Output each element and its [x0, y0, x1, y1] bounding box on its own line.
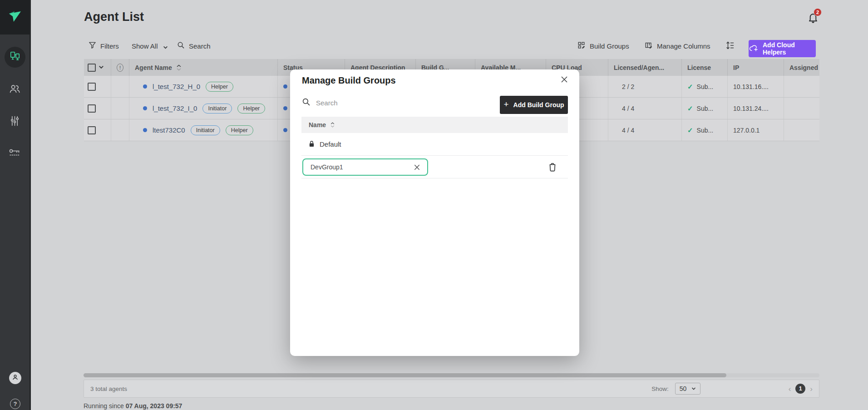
build-groups-label: Build Groups	[590, 42, 629, 50]
person-icon	[11, 373, 19, 383]
alert-cell	[111, 76, 129, 97]
modal-title: Manage Build Groups	[302, 75, 396, 86]
row-checkbox[interactable]	[88, 83, 96, 91]
manage-columns-label: Manage Columns	[657, 42, 710, 50]
sidebar: ?	[0, 0, 31, 410]
user-avatar[interactable]	[9, 372, 21, 384]
cloud-plus-icon	[749, 44, 759, 53]
question-mark-icon: ?	[14, 400, 17, 407]
status-dot	[143, 106, 147, 110]
filter-funnel-icon	[89, 41, 96, 50]
column-header-license[interactable]: License	[682, 59, 728, 76]
modal-close-button[interactable]	[559, 75, 569, 85]
build-group-row-editing	[301, 156, 568, 178]
modal-search	[302, 98, 416, 108]
selection-menu-chevron-icon[interactable]	[99, 64, 104, 71]
build-group-row-default[interactable]: Default	[301, 133, 568, 156]
bell-icon	[807, 17, 819, 25]
column-header-assigned-to[interactable]: Assigned To	[784, 59, 819, 76]
licensed-cell: 4 / 4	[608, 98, 682, 119]
license-key-icon	[9, 148, 21, 159]
delete-build-group-button[interactable]	[548, 162, 557, 172]
manage-columns-button[interactable]: Manage Columns	[645, 39, 710, 53]
search-label: Search	[189, 42, 211, 50]
sidebar-item-license[interactable]	[0, 146, 30, 161]
close-icon	[561, 76, 568, 85]
incredibuild-logo-icon	[8, 10, 22, 25]
row-checkbox[interactable]	[88, 104, 96, 113]
sort-carets-icon	[330, 122, 335, 128]
table-footer: 3 total agents Show: 50 ‹ 1 ›	[84, 380, 819, 398]
chevron-down-icon	[691, 385, 696, 392]
ip-cell: 127.0.0.1	[728, 119, 784, 141]
column-header-licensed-agents[interactable]: Licensed/Agen...	[608, 59, 682, 76]
build-group-name: Default	[320, 140, 341, 148]
brand-logo[interactable]	[0, 0, 30, 35]
sidebar-item-users[interactable]	[0, 82, 30, 97]
build-group-name-input[interactable]	[303, 163, 412, 171]
add-build-group-button[interactable]: + Add Build Group	[500, 96, 568, 114]
show-all-dropdown[interactable]: Show All	[132, 39, 168, 53]
agent-name[interactable]: l_test_732_I_0	[153, 104, 197, 112]
alert-icon: !	[117, 64, 123, 72]
ip-cell: 10.131.24....	[728, 98, 784, 119]
status-dot	[283, 84, 287, 89]
filters-button[interactable]: Filters	[89, 39, 119, 53]
assigned-to-cell	[784, 76, 819, 97]
alert-cell	[111, 119, 129, 141]
license-cell: ✓ Sub...	[682, 119, 728, 141]
page-title: Agent List	[84, 10, 144, 24]
name-column-header[interactable]: Name	[301, 117, 568, 133]
alerts-column-header[interactable]: !	[111, 59, 129, 76]
badge-helper: Helper	[237, 104, 265, 114]
column-header-agent-name[interactable]: Agent Name	[129, 59, 278, 76]
help-button[interactable]: ?	[10, 399, 20, 409]
next-page-button[interactable]: ›	[810, 385, 813, 393]
chevron-down-icon	[163, 44, 168, 48]
sidebar-item-agents[interactable]	[5, 47, 25, 68]
total-agents-label: 3 total agents	[90, 385, 127, 392]
agent-name-cell: l_test_732_I_0 Initiator Helper	[129, 98, 278, 119]
licensed-cell: 4 / 4	[608, 119, 682, 141]
ip-cell: 10.131.16....	[728, 76, 784, 97]
build-group-name-field	[302, 158, 428, 176]
current-page-button[interactable]: 1	[795, 384, 805, 394]
previous-page-button[interactable]: ‹	[789, 385, 791, 393]
badge-helper: Helper	[206, 82, 233, 92]
sidebar-item-settings[interactable]	[0, 114, 30, 129]
status-dot	[143, 84, 147, 89]
add-cloud-helpers-button[interactable]: Add Cloud Helpers	[749, 40, 816, 57]
checkmark-icon: ✓	[687, 104, 693, 113]
modal-search-input[interactable]	[316, 99, 416, 107]
show-label: Show:	[651, 385, 669, 392]
add-build-group-label: Add Build Group	[513, 101, 564, 109]
search-icon	[302, 98, 311, 108]
badge-initiator: Initiator	[202, 104, 232, 114]
badge-helper: Helper	[226, 125, 253, 135]
assigned-to-cell	[784, 119, 819, 141]
agent-name[interactable]: l_test_732_H_0	[153, 83, 200, 90]
page-size-select[interactable]: 50	[675, 383, 700, 395]
lock-icon	[309, 140, 315, 148]
horizontal-scrollbar-thumb[interactable]	[84, 373, 726, 377]
column-header-ip[interactable]: IP	[728, 59, 784, 76]
add-cloud-helpers-label: Add Cloud Helpers	[763, 41, 816, 56]
running-since-status: Running since 07 Aug, 2023 09:57	[84, 402, 182, 410]
status-dot	[283, 128, 287, 132]
clear-input-button[interactable]	[412, 162, 422, 172]
search-button[interactable]: Search	[177, 39, 211, 53]
sliders-icon	[9, 115, 20, 128]
status-dot	[283, 106, 287, 110]
notification-count-badge: 2	[814, 8, 822, 16]
badge-initiator: Initiator	[191, 125, 220, 135]
filters-label: Filters	[100, 42, 119, 50]
build-groups-button[interactable]: Build Groups	[577, 39, 629, 53]
agent-name-cell: l_test_732_H_0 Helper	[129, 76, 278, 97]
row-checkbox[interactable]	[88, 126, 96, 134]
agent-name[interactable]: ltest732C0	[153, 126, 185, 134]
select-all-checkbox[interactable]	[88, 64, 96, 72]
plus-icon: +	[503, 99, 508, 109]
sort-density-icon	[725, 40, 735, 52]
manage-build-groups-modal: Manage Build Groups + Add Build Group Na…	[290, 69, 579, 356]
row-density-button[interactable]	[725, 39, 735, 53]
